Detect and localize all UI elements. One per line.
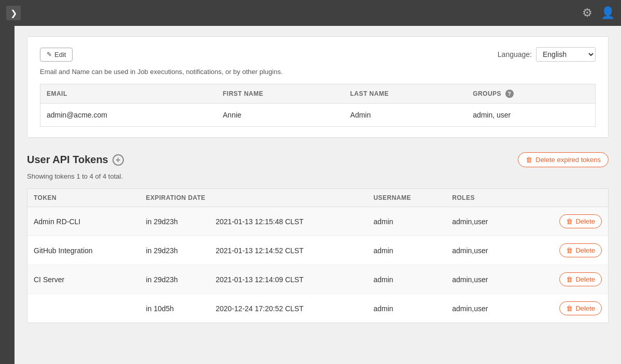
cell-first-name: Annie [217,104,344,127]
token-expiry-relative: in 10d5h [140,294,209,323]
edit-button[interactable]: ✎ Edit [40,48,73,62]
delete-expired-label: Delete expired tokens [535,156,601,164]
sidebar-strip [0,26,15,364]
token-username: admin [367,207,446,236]
delete-label: Delete [575,246,595,254]
col-actions [522,189,609,207]
pencil-icon: ✎ [47,51,52,58]
tokens-section: User API Tokens + 🗑 Delete expired token… [27,152,609,323]
token-username: admin [367,265,446,294]
profile-card: ✎ Edit Language: English French Spanish … [27,36,609,138]
user-info-table: EMAIL FIRST NAME LAST NAME GROUPS ? [40,84,596,127]
edit-button-label: Edit [54,51,66,59]
tokens-table: TOKEN EXPIRATION DATE USERNAME ROLES [27,188,609,323]
topbar: ❯ ⚙ 👤 [0,0,621,26]
cell-last-name: Admin [344,104,467,127]
trash-icon: 🗑 [566,217,573,225]
col-expiration: EXPIRATION DATE [140,189,368,207]
delete-expired-tokens-button[interactable]: 🗑 Delete expired tokens [518,152,609,167]
token-username: admin [367,294,446,323]
token-roles: admin,user [446,265,522,294]
col-groups: GROUPS ? [467,84,595,104]
user-table-head: EMAIL FIRST NAME LAST NAME GROUPS ? [40,84,596,104]
table-row: admin@acme.com Annie Admin admin, user [40,104,596,127]
col-email: EMAIL [40,84,217,104]
tokens-count-text: Showing tokens 1 to 4 of 4 total. [27,172,609,180]
settings-icon[interactable]: ⚙ [582,6,592,20]
cell-email: admin@acme.com [40,104,217,127]
token-roles: admin,user [446,236,522,265]
trash-icon: 🗑 [566,275,573,283]
topbar-right: ⚙ 👤 [582,6,615,20]
token-delete-button[interactable]: 🗑 Delete [559,301,602,315]
user-table-header-row: EMAIL FIRST NAME LAST NAME GROUPS ? [40,84,596,104]
token-row: GitHub Integration in 29d23h 2021-01-13 … [27,236,609,265]
sidebar-toggle-button[interactable]: ❯ [6,6,21,20]
trash-icon: 🗑 [526,156,532,164]
token-expiry-relative: in 29d23h [140,265,209,294]
delete-label: Delete [575,275,595,283]
col-last-name: LAST NAME [344,84,467,104]
language-selector: Language: English French Spanish German … [498,47,596,62]
trash-icon: 🗑 [566,304,573,312]
cell-groups: admin, user [467,104,595,127]
page-layout: ✎ Edit Language: English French Spanish … [0,26,621,364]
tokens-table-head: TOKEN EXPIRATION DATE USERNAME ROLES [27,189,609,207]
token-name: Admin RD-CLI [27,207,140,236]
add-token-button[interactable]: + [112,154,124,166]
language-label: Language: [498,50,532,59]
col-username: USERNAME [367,189,446,207]
language-select[interactable]: English French Spanish German Japanese [536,47,596,62]
trash-icon: 🗑 [566,246,573,254]
tokens-header: User API Tokens + 🗑 Delete expired token… [27,152,609,167]
token-delete-button[interactable]: 🗑 Delete [559,272,602,286]
token-delete-button[interactable]: 🗑 Delete [559,243,602,257]
token-actions: 🗑 Delete [522,236,609,265]
delete-label: Delete [575,217,595,225]
token-row: in 10d5h 2020-12-24 17:20:52 CLST admin … [27,294,609,323]
groups-help-icon[interactable]: ? [505,90,514,98]
user-profile-icon[interactable]: 👤 [601,6,615,20]
token-expiry-date: 2020-12-24 17:20:52 CLST [209,294,367,323]
token-roles: admin,user [446,294,522,323]
delete-label: Delete [575,304,595,312]
chevron-right-icon: ❯ [10,8,17,18]
token-expiry-date: 2021-01-13 12:14:09 CLST [209,265,367,294]
token-username: admin [367,236,446,265]
token-expiry-relative: in 29d23h [140,236,209,265]
token-actions: 🗑 Delete [522,294,609,323]
profile-info-text: Email and Name can be used in Job execut… [40,68,596,76]
token-name: CI Server [27,265,140,294]
token-name [27,294,140,323]
token-expiry-date: 2021-01-13 12:14:52 CLST [209,236,367,265]
col-roles: ROLES [446,189,522,207]
token-row: CI Server in 29d23h 2021-01-13 12:14:09 … [27,265,609,294]
token-actions: 🗑 Delete [522,207,609,236]
tokens-table-body: Admin RD-CLI in 29d23h 2021-01-13 12:15:… [27,207,609,323]
token-roles: admin,user [446,207,522,236]
token-name: GitHub Integration [27,236,140,265]
user-table-body: admin@acme.com Annie Admin admin, user [40,104,596,127]
topbar-left: ❯ [6,6,21,20]
col-token: TOKEN [27,189,140,207]
token-row: Admin RD-CLI in 29d23h 2021-01-13 12:15:… [27,207,609,236]
token-expiry-date: 2021-01-13 12:15:48 CLST [209,207,367,236]
main-content: ✎ Edit Language: English French Spanish … [15,26,621,364]
tokens-title: User API Tokens + [27,154,124,166]
token-delete-button[interactable]: 🗑 Delete [559,214,602,228]
col-first-name: FIRST NAME [217,84,344,104]
tokens-header-row: TOKEN EXPIRATION DATE USERNAME ROLES [27,189,609,207]
token-expiry-relative: in 29d23h [140,207,209,236]
token-actions: 🗑 Delete [522,265,609,294]
card-header: ✎ Edit Language: English French Spanish … [40,47,596,62]
